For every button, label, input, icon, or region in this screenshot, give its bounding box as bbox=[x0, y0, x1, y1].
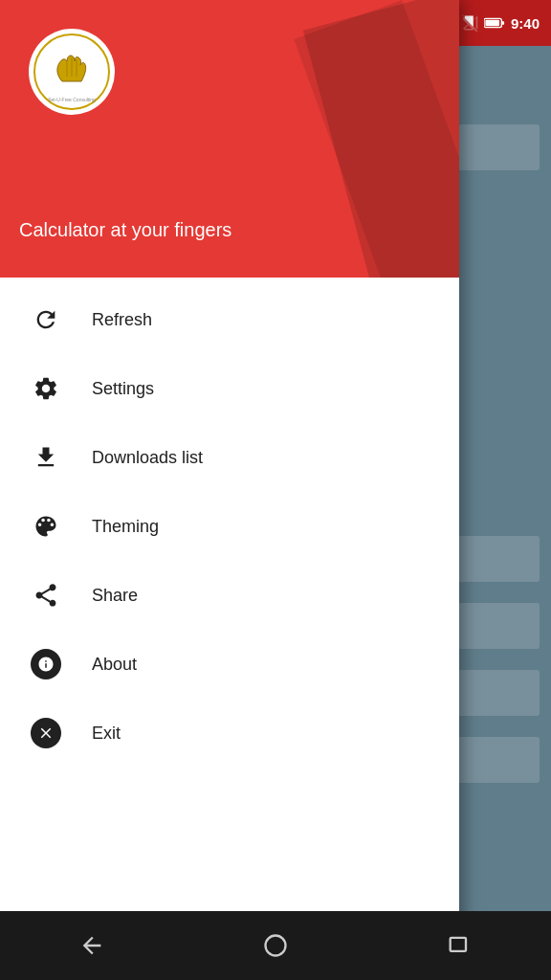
menu-item-downloads[interactable]: Downloads list bbox=[0, 423, 459, 492]
menu-item-theming[interactable]: Theming bbox=[0, 492, 459, 561]
bg-panel-5 bbox=[458, 737, 540, 783]
bg-panel-2 bbox=[458, 536, 540, 582]
menu-item-about[interactable]: About bbox=[0, 630, 459, 699]
svg-rect-7 bbox=[451, 938, 466, 951]
svg-rect-2 bbox=[501, 21, 504, 25]
theming-label: Theming bbox=[92, 517, 159, 537]
logo-inner: Set-U-Free Consulting bbox=[33, 33, 110, 110]
drawer-tagline: Calculator at your fingers bbox=[19, 219, 231, 241]
info-icon bbox=[23, 641, 69, 687]
logo-text: Set-U-Free Consulting bbox=[35, 97, 108, 102]
battery-icon bbox=[484, 15, 505, 31]
logo-hands-icon bbox=[48, 48, 96, 96]
bg-panel-4 bbox=[458, 670, 540, 716]
settings-icon bbox=[23, 366, 69, 412]
exit-label: Exit bbox=[92, 724, 121, 744]
home-button[interactable] bbox=[247, 917, 304, 974]
app-logo: Set-U-Free Consulting bbox=[29, 29, 115, 115]
signal-icon bbox=[461, 14, 478, 32]
settings-label: Settings bbox=[92, 379, 154, 399]
status-time: 9:40 bbox=[511, 15, 540, 32]
about-label: About bbox=[92, 655, 137, 675]
svg-point-6 bbox=[266, 936, 286, 956]
svg-rect-1 bbox=[485, 20, 499, 26]
refresh-icon bbox=[23, 297, 69, 343]
palette-icon bbox=[23, 503, 69, 549]
menu-item-exit[interactable]: Exit bbox=[0, 699, 459, 768]
bg-panel-1 bbox=[458, 124, 540, 170]
menu-item-settings[interactable]: Settings bbox=[0, 354, 459, 423]
bottom-nav bbox=[0, 911, 551, 980]
recents-button[interactable] bbox=[430, 917, 488, 974]
nav-drawer: Set-U-Free Consulting Calculator at your… bbox=[0, 0, 459, 934]
downloads-label: Downloads list bbox=[92, 448, 203, 468]
menu-list: Refresh Settings Downloads list bbox=[0, 278, 459, 775]
share-label: Share bbox=[92, 586, 138, 606]
refresh-label: Refresh bbox=[92, 310, 152, 330]
bg-panel-3 bbox=[458, 603, 540, 649]
drawer-header: Set-U-Free Consulting Calculator at your… bbox=[0, 0, 459, 278]
share-icon bbox=[23, 572, 69, 618]
back-button[interactable] bbox=[63, 917, 121, 974]
menu-item-refresh[interactable]: Refresh bbox=[0, 285, 459, 354]
download-icon bbox=[23, 434, 69, 480]
exit-icon bbox=[23, 710, 69, 756]
menu-item-share[interactable]: Share bbox=[0, 561, 459, 630]
